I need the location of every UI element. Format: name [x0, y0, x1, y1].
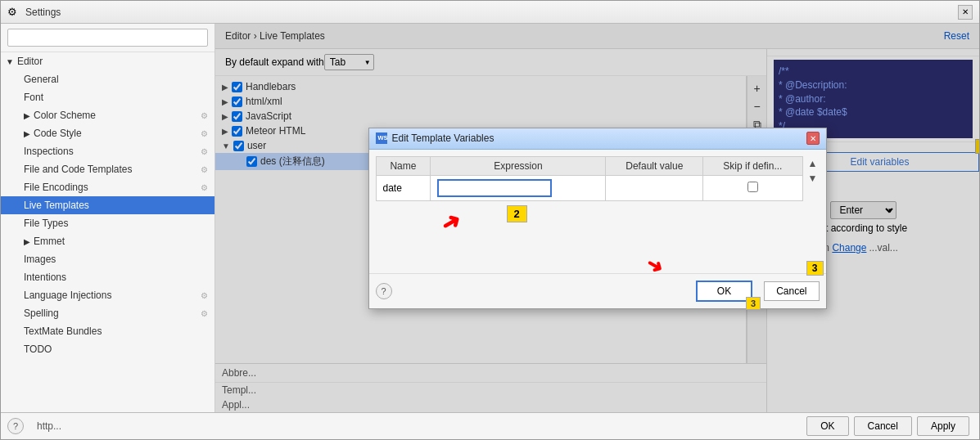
sidebar-item-label: Spelling	[24, 308, 59, 319]
sidebar-item-live-templates[interactable]: Live Templates	[1, 196, 215, 214]
icon-indicator: ⚙	[201, 129, 208, 138]
arrow-right-icon: ▶	[24, 237, 30, 246]
col-default-value: Default value	[606, 156, 703, 175]
window-title: Settings	[25, 7, 958, 18]
cell-name: date	[376, 175, 431, 200]
arrow-up-button[interactable]: ▲	[806, 156, 820, 171]
skip-checkbox[interactable]	[747, 182, 758, 192]
sidebar-item-editor[interactable]: ▼ Editor	[1, 52, 215, 70]
sidebar-item-label: Font	[24, 92, 43, 103]
search-box	[1, 24, 215, 52]
cancel-button[interactable]: Cancel	[854, 416, 912, 436]
sidebar-item-font[interactable]: Font	[1, 88, 215, 106]
sidebar-item-todo[interactable]: TODO	[1, 340, 215, 358]
sidebar-item-label: Code Style	[34, 128, 82, 139]
sidebar-item-label: File Types	[24, 218, 68, 229]
sidebar-item-label: Color Scheme	[34, 110, 96, 121]
icon-indicator: ⚙	[201, 309, 208, 318]
variables-table: Name Expression Default value Skip if de…	[376, 156, 803, 201]
modal-ok-button[interactable]: OK	[696, 281, 752, 302]
app-icon: ⚙	[7, 6, 20, 19]
sidebar-item-general[interactable]: General	[1, 70, 215, 88]
sidebar-item-images[interactable]: Images	[1, 250, 215, 268]
icon-indicator: ⚙	[201, 165, 208, 174]
cell-expression	[431, 175, 606, 200]
sidebar-item-file-encodings[interactable]: File Encodings ⚙	[1, 178, 215, 196]
table-row: date	[376, 175, 802, 200]
main-content: ▼ Editor General Font ▶ Color Scheme ⚙ ▶…	[1, 24, 979, 412]
help-button[interactable]: ?	[7, 418, 24, 434]
sidebar: ▼ Editor General Font ▶ Color Scheme ⚙ ▶…	[1, 24, 215, 412]
sidebar-item-intentions[interactable]: Intentions	[1, 268, 215, 286]
icon-indicator: ⚙	[201, 291, 208, 300]
modal-icon: ws	[376, 132, 387, 144]
modal-title: Edit Template Variables	[392, 132, 806, 144]
modal-footer: ? OK ➜ 3 Cancel	[369, 273, 826, 308]
status-url: http...	[37, 420, 61, 432]
modal-help: ?	[376, 283, 392, 299]
sidebar-item-label: General	[24, 74, 59, 85]
sidebar-item-spelling[interactable]: Spelling ⚙	[1, 304, 215, 322]
sidebar-item-label: Intentions	[24, 272, 66, 283]
sidebar-item-code-style[interactable]: ▶ Code Style ⚙	[1, 124, 215, 142]
sidebar-item-label: File and Code Templates	[24, 164, 133, 175]
sidebar-tree: ▼ Editor General Font ▶ Color Scheme ⚙ ▶…	[1, 52, 215, 412]
sidebar-item-inspections[interactable]: Inspections ⚙	[1, 142, 215, 160]
sidebar-item-label: Inspections	[24, 146, 74, 157]
sidebar-item-language-injections[interactable]: Language Injections ⚙	[1, 286, 215, 304]
close-button[interactable]: ✕	[958, 5, 973, 20]
sidebar-item-file-types[interactable]: File Types	[1, 214, 215, 232]
sidebar-item-emmet[interactable]: ▶ Emmet	[1, 232, 215, 250]
sidebar-item-label: TextMate Bundles	[24, 326, 102, 337]
apply-button[interactable]: Apply	[917, 416, 969, 436]
sidebar-item-label: File Encodings	[24, 182, 88, 193]
sidebar-item-label: Language Injections	[24, 290, 111, 301]
modal-titlebar: ws Edit Template Variables ✕	[369, 128, 826, 150]
sidebar-item-textmate-bundles[interactable]: TextMate Bundles	[1, 322, 215, 340]
icon-indicator: ⚙	[201, 183, 208, 192]
modal-arrows: ▲ ▼	[806, 156, 820, 186]
titlebar: ⚙ Settings ✕	[1, 1, 979, 24]
sidebar-item-label: Emmet	[34, 236, 65, 247]
arrow-down-button[interactable]: ▼	[806, 171, 820, 186]
cell-skip	[703, 175, 802, 200]
col-name: Name	[376, 156, 431, 175]
modal-cancel-button[interactable]: Cancel	[764, 281, 819, 301]
cell-default-value	[606, 175, 703, 200]
arrow-down-icon: ▼	[6, 57, 14, 66]
annotation-3: 3	[806, 261, 824, 276]
sidebar-item-label: Live Templates	[24, 200, 89, 211]
col-skip: Skip if defin...	[703, 156, 802, 175]
icon-indicator: ⚙	[201, 147, 208, 156]
arrow-annotation-2: ➜	[436, 206, 465, 239]
sidebar-item-label: TODO	[24, 343, 52, 355]
icon-indicator: ⚙	[201, 111, 208, 120]
sidebar-item-color-scheme[interactable]: ▶ Color Scheme ⚙	[1, 106, 215, 124]
search-input[interactable]	[7, 29, 208, 47]
edit-template-variables-modal: ws Edit Template Variables ✕ Name Expre	[368, 128, 827, 309]
annotation-2: 2	[507, 205, 527, 222]
col-expression: Expression	[431, 156, 606, 175]
main-panel: Editor › Live Templates Reset By default…	[215, 24, 979, 412]
footer: ? http... OK Cancel Apply	[1, 412, 979, 439]
modal-body: Name Expression Default value Skip if de…	[369, 150, 826, 273]
settings-window: ⚙ Settings ✕ ▼ Editor General Font	[0, 0, 980, 440]
expression-input[interactable]	[437, 179, 552, 197]
help-button[interactable]: ?	[376, 283, 392, 299]
arrow-right-icon: ▶	[24, 129, 30, 138]
arrow-right-icon: ▶	[24, 111, 30, 120]
sidebar-item-file-and-code-templates[interactable]: File and Code Templates ⚙	[1, 160, 215, 178]
sidebar-item-label: Images	[24, 254, 56, 265]
ok-button[interactable]: OK	[806, 416, 848, 436]
sidebar-item-label: Editor	[17, 56, 43, 67]
modal-overlay: ws Edit Template Variables ✕ Name Expre	[215, 24, 979, 412]
modal-close-button[interactable]: ✕	[806, 132, 820, 145]
annotation-area: ➜ 2	[376, 201, 820, 267]
status-bar: http...	[30, 419, 797, 433]
